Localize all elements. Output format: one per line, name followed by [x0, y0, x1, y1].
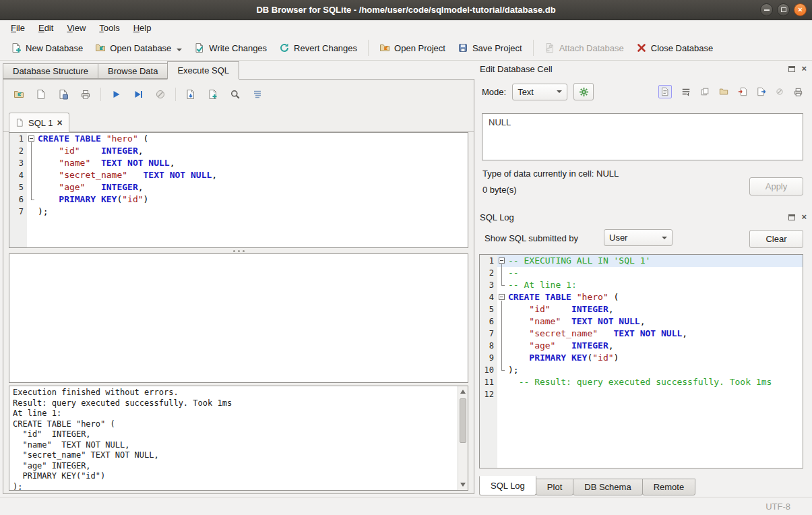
import-cell-icon[interactable]	[738, 87, 747, 96]
line-number: 8	[480, 340, 497, 352]
export-cell-icon[interactable]	[757, 87, 766, 96]
cell-value: NULL	[489, 117, 511, 127]
code-line: 2 "id" INTEGER,	[9, 145, 468, 157]
open-cell-file-icon[interactable]	[719, 87, 728, 96]
line-number: 3	[9, 157, 27, 169]
window-controls: ×	[760, 3, 807, 16]
line-number: 1	[9, 133, 27, 145]
execute-all-icon[interactable]	[108, 87, 123, 102]
code-text	[507, 388, 803, 400]
code-line: 8 "age" INTEGER,	[480, 340, 803, 352]
code-text: "name" TEXT NOT NULL,	[36, 157, 468, 169]
code-text: -- Result: query executed successfully. …	[507, 376, 803, 388]
sql-editor[interactable]: 1CREATE TABLE "hero" (2 "id" INTEGER,3 "…	[9, 132, 468, 248]
close-tab-icon[interactable]: ×	[57, 118, 62, 127]
menubar: File Edit View Tools Help	[0, 20, 812, 36]
menu-file[interactable]: File	[4, 21, 32, 35]
new-sql-tab-icon[interactable]	[34, 87, 49, 102]
code-line: 2--	[480, 267, 803, 279]
open-database-button[interactable]: Open Database	[90, 39, 187, 57]
close-icon[interactable]: ×	[794, 3, 807, 16]
set-null-icon[interactable]	[776, 88, 784, 96]
results-grid[interactable]	[9, 253, 468, 383]
sql-doc-tab-bar: SQL 1 ×	[3, 112, 474, 132]
fold-margin	[27, 169, 36, 181]
tab-remote[interactable]: Remote	[642, 479, 696, 495]
edit-cell-header: Edit Database Cell ×	[476, 62, 807, 75]
code-text: PRIMARY KEY("id")	[36, 193, 468, 206]
export-results-icon[interactable]	[183, 87, 198, 102]
find-replace-icon[interactable]	[228, 87, 243, 102]
code-text: "secret_name" TEXT NOT NULL,	[507, 328, 803, 340]
save-results-icon[interactable]	[206, 87, 220, 102]
tab-execute-sql[interactable]: Execute SQL	[167, 61, 239, 80]
open-project-button[interactable]: Open Project	[374, 39, 451, 57]
tab-database-structure[interactable]: Database Structure	[3, 63, 98, 79]
splitter-handle[interactable]	[3, 248, 474, 253]
open-sql-file-icon[interactable]	[11, 87, 26, 102]
tab-browse-data[interactable]: Browse Data	[98, 63, 168, 79]
print-cell-icon[interactable]	[793, 87, 803, 97]
code-line: 12	[480, 388, 803, 400]
float-panel-icon[interactable]	[788, 66, 795, 72]
sql-doc-tab[interactable]: SQL 1 ×	[9, 113, 69, 132]
sql-toolbar	[3, 82, 474, 107]
execution-log[interactable]: Execution finished without errors. Resul…	[9, 386, 468, 491]
toolbar-separator	[175, 88, 176, 101]
line-number: 12	[480, 388, 497, 400]
menu-help[interactable]: Help	[127, 21, 158, 35]
mode-select[interactable]: Text	[512, 84, 567, 100]
close-panel-icon[interactable]: ×	[801, 214, 807, 220]
fold-margin	[497, 267, 507, 279]
gear-icon	[579, 87, 589, 97]
text-view-icon[interactable]	[658, 85, 672, 98]
print-sql-icon[interactable]	[78, 87, 93, 102]
cell-toolbar	[658, 85, 803, 98]
fold-margin	[497, 328, 507, 340]
menu-view[interactable]: View	[60, 21, 92, 35]
fold-marker-icon[interactable]	[27, 133, 36, 145]
fold-marker-icon[interactable]	[497, 291, 507, 303]
execute-line-icon[interactable]	[131, 87, 146, 102]
scroll-down-icon[interactable]	[460, 483, 466, 487]
scroll-thumb[interactable]	[460, 398, 466, 443]
sql-doc-tab-label: SQL 1	[28, 118, 53, 128]
chevron-down-icon	[662, 237, 667, 239]
float-panel-icon[interactable]	[788, 214, 795, 220]
copy-icon[interactable]	[700, 87, 710, 96]
code-line: 3 "name" TEXT NOT NULL,	[9, 157, 468, 169]
menu-edit[interactable]: Edit	[32, 21, 60, 35]
fold-margin	[497, 364, 507, 376]
code-line: 6 PRIMARY KEY("id")	[9, 193, 468, 206]
scrollbar[interactable]	[458, 386, 468, 490]
tab-sql-log[interactable]: SQL Log	[479, 476, 536, 495]
close-database-button[interactable]: Close Database	[631, 39, 719, 57]
open-database-dropdown-icon[interactable]	[177, 49, 182, 51]
execution-log-text: Execution finished without errors. Resul…	[9, 386, 468, 491]
tab-plot[interactable]: Plot	[536, 479, 573, 495]
clear-button[interactable]: Clear	[749, 230, 803, 248]
sql-log-view[interactable]: 1-- EXECUTING ALL IN 'SQL 1'2--3-- At li…	[479, 254, 803, 468]
line-number: 5	[9, 181, 27, 193]
fold-marker-icon[interactable]	[497, 255, 507, 267]
revert-changes-button[interactable]: Revert Changes	[274, 39, 363, 57]
format-sql-icon[interactable]	[250, 87, 265, 102]
line-number: 4	[480, 291, 497, 303]
cell-value-editor[interactable]: NULL	[482, 113, 803, 160]
write-changes-button[interactable]: Write Changes	[189, 39, 272, 57]
menu-tools[interactable]: Tools	[92, 21, 126, 35]
close-panel-icon[interactable]: ×	[801, 65, 807, 72]
auto-format-button[interactable]	[573, 83, 594, 100]
word-wrap-icon[interactable]	[681, 87, 691, 96]
tab-db-schema[interactable]: DB Schema	[573, 479, 642, 495]
new-database-button[interactable]: New Database	[5, 39, 88, 57]
minimize-icon[interactable]	[760, 3, 773, 16]
save-project-button[interactable]: Save Project	[452, 39, 528, 57]
right-dock: Edit Database Cell × Mode: Text NULL Typ…	[476, 61, 809, 497]
titlebar[interactable]: DB Browser for SQLite - /home/user/code/…	[0, 0, 812, 20]
scroll-up-icon[interactable]	[460, 390, 466, 394]
save-sql-file-icon[interactable]	[56, 87, 71, 102]
line-number: 2	[480, 267, 497, 279]
submitted-by-select[interactable]: User	[604, 229, 673, 246]
maximize-icon[interactable]	[777, 3, 790, 16]
